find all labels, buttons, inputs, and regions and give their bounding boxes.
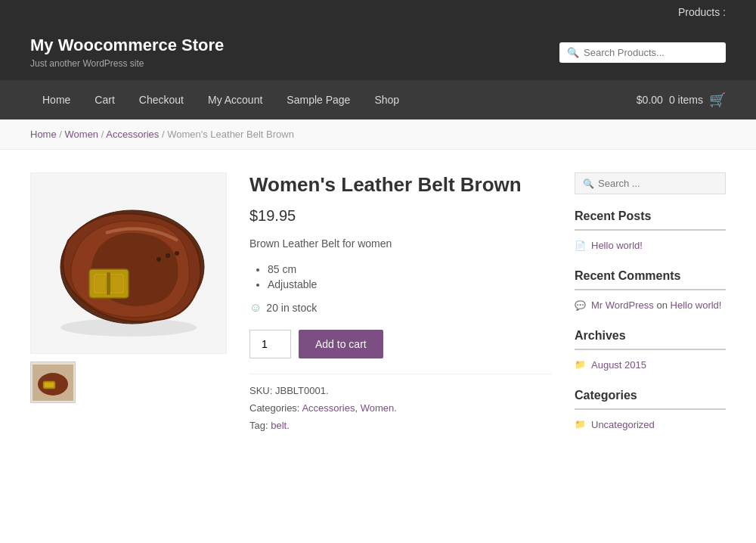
product-thumbnail[interactable]	[30, 361, 76, 403]
svg-rect-6	[95, 275, 106, 292]
thumbnail-row	[30, 361, 227, 403]
tag-label: Tag:	[249, 420, 268, 431]
category-women[interactable]: Women.	[361, 402, 397, 414]
product-details: Women's Leather Belt Brown $19.95 Brown …	[249, 172, 552, 436]
folder-icon: 📁	[575, 359, 586, 370]
svg-point-8	[156, 257, 161, 262]
header-search-input[interactable]	[584, 47, 718, 58]
product-features: 85 cm Adjustable	[249, 263, 552, 290]
feature-adjustable: Adjustable	[268, 278, 552, 290]
comment-icon: 💬	[575, 300, 586, 311]
breadcrumb-current: Women's Leather Belt Brown	[167, 129, 294, 140]
nav-item-samplepage[interactable]: Sample Page	[274, 80, 362, 119]
product-meta: SKU: JBBLT0001. Categories: Accessories,…	[249, 374, 552, 431]
feature-size: 85 cm	[268, 263, 552, 275]
site-header: My Woocommerce Store Just another WordPr…	[0, 24, 756, 80]
recent-comments-title: Recent Comments	[575, 269, 726, 290]
recent-comment-item: 💬 Mr WordPress on Hello world!	[575, 299, 726, 311]
breadcrumb-accessories[interactable]: Accessories	[106, 129, 159, 140]
sidebar-recent-comments: Recent Comments 💬 Mr WordPress on Hello …	[575, 269, 726, 311]
categories-title: Categories	[575, 389, 726, 410]
product-images	[30, 172, 227, 436]
site-title: My Woocommerce Store	[30, 36, 224, 55]
top-products-bar: Products :	[0, 0, 756, 24]
doc-icon: 📄	[575, 240, 586, 251]
categories-label: Categories:	[249, 402, 299, 414]
nav-item-checkout[interactable]: Checkout	[127, 80, 196, 119]
svg-rect-14	[45, 383, 54, 387]
archive-item: 📁 August 2015	[575, 359, 726, 371]
nav-item-cart[interactable]: Cart	[82, 80, 126, 119]
comment-text: Mr WordPress on Hello world!	[591, 299, 721, 311]
category-item: 📁 Uncategorized	[575, 419, 726, 430]
products-label: Products :	[678, 6, 726, 18]
folder-icon: 📁	[575, 419, 586, 430]
breadcrumb-home[interactable]: Home	[30, 129, 57, 140]
quantity-input[interactable]	[249, 330, 291, 358]
site-nav: Home Cart Checkout My Account Sample Pag…	[0, 80, 756, 119]
product-description: Brown Leather Belt for women	[249, 235, 552, 252]
stock-icon: ☺	[249, 301, 262, 315]
cart-info[interactable]: $0.00 0 items 🛒	[637, 92, 726, 108]
comment-author-link[interactable]: Mr WordPress	[591, 299, 654, 311]
sku-line: SKU: JBBLT0001.	[249, 385, 552, 396]
archives-title: Archives	[575, 329, 726, 350]
sidebar-search-input[interactable]	[598, 178, 717, 189]
product-area: Women's Leather Belt Brown $19.95 Brown …	[30, 172, 552, 448]
breadcrumb-women[interactable]: Women	[65, 129, 99, 140]
sidebar-search-box: 🔍	[575, 172, 726, 194]
category-link[interactable]: Uncategorized	[591, 419, 655, 430]
comment-on: on	[656, 299, 670, 311]
category-accessories[interactable]: Accessories	[302, 402, 355, 414]
search-icon: 🔍	[567, 47, 579, 58]
recent-posts-title: Recent Posts	[575, 209, 726, 231]
product-image-svg	[38, 180, 219, 346]
svg-point-9	[166, 253, 170, 258]
sku-label: SKU:	[249, 385, 272, 396]
archive-link[interactable]: August 2015	[591, 359, 646, 371]
sidebar-categories: Categories 📁 Uncategorized	[575, 389, 726, 430]
sidebar: 🔍 Recent Posts 📄 Hello world! Recent Com…	[575, 172, 726, 448]
main-container: Women's Leather Belt Brown $19.95 Brown …	[0, 150, 756, 471]
sidebar-recent-posts: Recent Posts 📄 Hello world!	[575, 209, 726, 251]
add-to-cart-button[interactable]: Add to cart	[299, 330, 383, 358]
stock-info: ☺ 20 in stock	[249, 301, 552, 315]
nav-menu: Home Cart Checkout My Account Sample Pag…	[30, 80, 411, 119]
cart-total: $0.00	[637, 94, 663, 106]
tag-belt[interactable]: belt.	[271, 420, 290, 431]
sku-value: JBBLT0001.	[275, 385, 329, 396]
product-layout: Women's Leather Belt Brown $19.95 Brown …	[30, 172, 552, 436]
product-price: $19.95	[249, 207, 552, 225]
svg-point-10	[175, 251, 179, 256]
recent-post-item: 📄 Hello world!	[575, 240, 726, 251]
comment-post-link[interactable]: Hello world!	[671, 299, 722, 311]
site-tagline: Just another WordPress site	[30, 58, 224, 69]
cart-items-count: 0 items	[669, 94, 703, 106]
nav-item-myaccount[interactable]: My Account	[196, 80, 274, 119]
categories-line: Categories: Accessories, Women.	[249, 402, 552, 414]
cart-icon: 🛒	[709, 92, 726, 108]
header-search-box: 🔍	[559, 42, 726, 63]
svg-rect-5	[107, 272, 110, 295]
tag-line: Tag: belt.	[249, 420, 552, 431]
breadcrumb: Home / Women / Accessories / Women's Lea…	[0, 119, 756, 150]
add-to-cart-row: Add to cart	[249, 330, 552, 358]
recent-post-link[interactable]: Hello world!	[591, 240, 643, 251]
sidebar-search-icon: 🔍	[583, 178, 594, 189]
main-product-image[interactable]	[30, 172, 227, 354]
sidebar-archives: Archives 📁 August 2015	[575, 329, 726, 371]
product-title: Women's Leather Belt Brown	[249, 172, 552, 198]
site-branding: My Woocommerce Store Just another WordPr…	[30, 36, 224, 69]
stock-text: 20 in stock	[266, 302, 317, 314]
svg-rect-7	[110, 275, 122, 292]
nav-item-home[interactable]: Home	[30, 80, 82, 119]
nav-item-shop[interactable]: Shop	[362, 80, 411, 119]
